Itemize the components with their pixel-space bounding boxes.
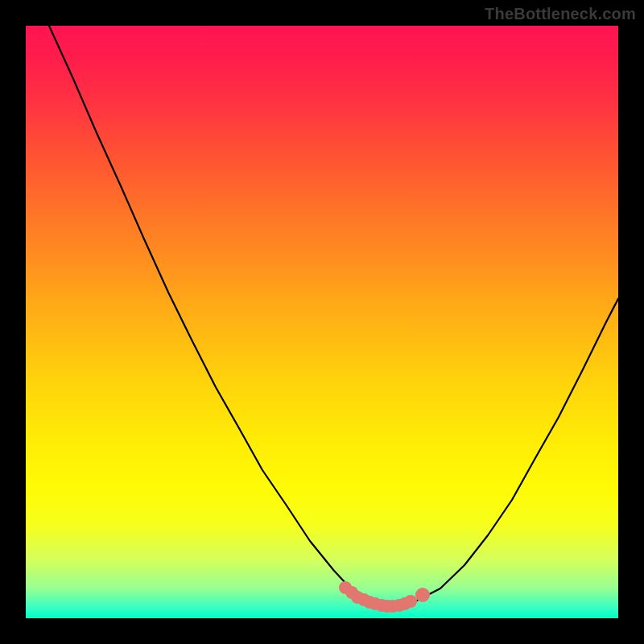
- sweet-spot-markers: [339, 581, 430, 613]
- chart-frame: TheBottleneck.com: [0, 0, 644, 644]
- svg-point-11: [404, 595, 417, 608]
- plot-area: [26, 26, 618, 618]
- curve-svg: [26, 26, 618, 618]
- watermark-text: TheBottleneck.com: [485, 5, 636, 23]
- bottleneck-curve: [49, 26, 618, 606]
- svg-point-12: [415, 588, 430, 602]
